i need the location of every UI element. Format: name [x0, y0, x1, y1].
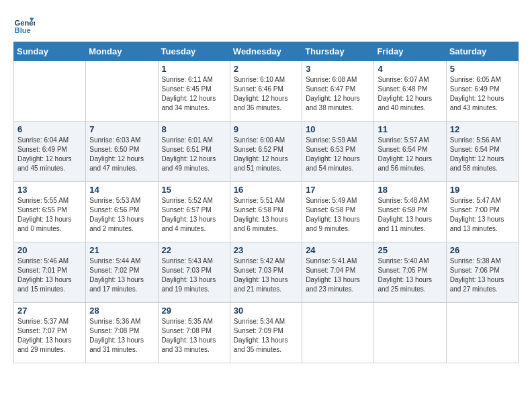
day-number: 17: [306, 185, 370, 195]
day-info: Sunrise: 5:55 AM Sunset: 6:55 PM Dayligh…: [17, 196, 82, 234]
calendar-cell: [302, 303, 374, 363]
calendar-cell: 26Sunrise: 5:38 AM Sunset: 7:06 PM Dayli…: [446, 242, 518, 303]
day-number: 6: [17, 124, 82, 134]
day-number: 10: [306, 124, 370, 134]
calendar-cell: 9Sunrise: 6:00 AM Sunset: 6:52 PM Daylig…: [230, 122, 302, 182]
day-number: 19: [450, 185, 515, 195]
day-info: Sunrise: 5:47 AM Sunset: 7:00 PM Dayligh…: [450, 196, 515, 234]
day-info: Sunrise: 6:11 AM Sunset: 6:45 PM Dayligh…: [162, 75, 226, 113]
weekday-header: Saturday: [446, 42, 518, 61]
calendar-cell: 20Sunrise: 5:46 AM Sunset: 7:01 PM Dayli…: [14, 242, 86, 303]
calendar-week-row: 20Sunrise: 5:46 AM Sunset: 7:01 PM Dayli…: [14, 242, 519, 303]
day-info: Sunrise: 5:43 AM Sunset: 7:03 PM Dayligh…: [162, 257, 226, 294]
calendar-cell: 14Sunrise: 5:53 AM Sunset: 6:56 PM Dayli…: [86, 182, 158, 242]
day-number: 21: [89, 245, 154, 255]
day-info: Sunrise: 5:56 AM Sunset: 6:54 PM Dayligh…: [450, 136, 515, 173]
day-number: 16: [234, 185, 298, 195]
calendar-cell: 8Sunrise: 6:01 AM Sunset: 6:51 PM Daylig…: [158, 122, 230, 182]
day-number: 26: [450, 245, 515, 255]
day-info: Sunrise: 5:40 AM Sunset: 7:05 PM Dayligh…: [378, 257, 442, 294]
day-number: 11: [378, 124, 442, 134]
calendar-cell: 10Sunrise: 5:59 AM Sunset: 6:53 PM Dayli…: [302, 122, 374, 182]
calendar-week-row: 1Sunrise: 6:11 AM Sunset: 6:45 PM Daylig…: [14, 61, 519, 122]
calendar-cell: 13Sunrise: 5:55 AM Sunset: 6:55 PM Dayli…: [14, 182, 86, 242]
weekday-header: Wednesday: [230, 42, 302, 61]
day-info: Sunrise: 5:41 AM Sunset: 7:04 PM Dayligh…: [306, 257, 370, 294]
weekday-header: Tuesday: [158, 42, 230, 61]
calendar-cell: 29Sunrise: 5:35 AM Sunset: 7:08 PM Dayli…: [158, 303, 230, 363]
calendar-cell: 15Sunrise: 5:52 AM Sunset: 6:57 PM Dayli…: [158, 182, 230, 242]
calendar-cell: 30Sunrise: 5:34 AM Sunset: 7:09 PM Dayli…: [230, 303, 302, 363]
calendar-cell: [86, 61, 158, 122]
day-info: Sunrise: 5:36 AM Sunset: 7:08 PM Dayligh…: [89, 317, 154, 355]
day-info: Sunrise: 6:10 AM Sunset: 6:46 PM Dayligh…: [234, 75, 298, 113]
day-number: 14: [89, 185, 154, 195]
day-number: 1: [162, 64, 226, 74]
calendar-cell: 11Sunrise: 5:57 AM Sunset: 6:54 PM Dayli…: [374, 122, 446, 182]
day-number: 23: [234, 245, 298, 255]
calendar-cell: 19Sunrise: 5:47 AM Sunset: 7:00 PM Dayli…: [446, 182, 518, 242]
day-number: 24: [306, 245, 370, 255]
calendar-cell: 7Sunrise: 6:03 AM Sunset: 6:50 PM Daylig…: [86, 122, 158, 182]
day-number: 22: [162, 245, 226, 255]
weekday-header: Monday: [86, 42, 158, 61]
weekday-header: Thursday: [302, 42, 374, 61]
calendar-cell: 25Sunrise: 5:40 AM Sunset: 7:05 PM Dayli…: [374, 242, 446, 303]
day-info: Sunrise: 5:53 AM Sunset: 6:56 PM Dayligh…: [89, 196, 154, 234]
day-info: Sunrise: 5:44 AM Sunset: 7:02 PM Dayligh…: [89, 257, 154, 294]
calendar-cell: 3Sunrise: 6:08 AM Sunset: 6:47 PM Daylig…: [302, 61, 374, 122]
calendar-cell: [374, 303, 446, 363]
calendar-cell: 21Sunrise: 5:44 AM Sunset: 7:02 PM Dayli…: [86, 242, 158, 303]
day-info: Sunrise: 5:52 AM Sunset: 6:57 PM Dayligh…: [162, 196, 226, 234]
calendar-week-row: 13Sunrise: 5:55 AM Sunset: 6:55 PM Dayli…: [14, 182, 519, 242]
day-number: 25: [378, 245, 442, 255]
calendar-cell: [446, 303, 518, 363]
day-info: Sunrise: 5:51 AM Sunset: 6:58 PM Dayligh…: [234, 196, 298, 234]
day-number: 2: [234, 64, 298, 74]
weekday-header: Sunday: [14, 42, 86, 61]
calendar-table: SundayMondayTuesdayWednesdayThursdayFrid…: [13, 42, 519, 363]
calendar-week-row: 6Sunrise: 6:04 AM Sunset: 6:49 PM Daylig…: [14, 122, 519, 182]
day-number: 7: [89, 124, 154, 134]
calendar-cell: 22Sunrise: 5:43 AM Sunset: 7:03 PM Dayli…: [158, 242, 230, 303]
day-info: Sunrise: 5:42 AM Sunset: 7:03 PM Dayligh…: [234, 257, 298, 294]
calendar-cell: 16Sunrise: 5:51 AM Sunset: 6:58 PM Dayli…: [230, 182, 302, 242]
calendar-cell: 4Sunrise: 6:07 AM Sunset: 6:48 PM Daylig…: [374, 61, 446, 122]
calendar-cell: 12Sunrise: 5:56 AM Sunset: 6:54 PM Dayli…: [446, 122, 518, 182]
day-info: Sunrise: 5:48 AM Sunset: 6:59 PM Dayligh…: [378, 196, 442, 234]
calendar-header-row: SundayMondayTuesdayWednesdayThursdayFrid…: [14, 42, 519, 61]
day-info: Sunrise: 6:00 AM Sunset: 6:52 PM Dayligh…: [234, 136, 298, 173]
day-number: 13: [17, 185, 82, 195]
day-number: 8: [162, 124, 226, 134]
calendar-cell: 5Sunrise: 6:05 AM Sunset: 6:49 PM Daylig…: [446, 61, 518, 122]
calendar-cell: [14, 61, 86, 122]
calendar-cell: 27Sunrise: 5:37 AM Sunset: 7:07 PM Dayli…: [14, 303, 86, 363]
day-info: Sunrise: 5:59 AM Sunset: 6:53 PM Dayligh…: [306, 136, 370, 173]
day-info: Sunrise: 6:07 AM Sunset: 6:48 PM Dayligh…: [378, 75, 442, 113]
day-number: 4: [378, 64, 442, 74]
svg-text:Blue: Blue: [15, 26, 31, 34]
calendar-body: 1Sunrise: 6:11 AM Sunset: 6:45 PM Daylig…: [14, 61, 519, 363]
calendar-cell: 24Sunrise: 5:41 AM Sunset: 7:04 PM Dayli…: [302, 242, 374, 303]
day-info: Sunrise: 5:35 AM Sunset: 7:08 PM Dayligh…: [162, 317, 226, 355]
weekday-header: Friday: [374, 42, 446, 61]
day-info: Sunrise: 5:49 AM Sunset: 6:58 PM Dayligh…: [306, 196, 370, 234]
day-info: Sunrise: 5:38 AM Sunset: 7:06 PM Dayligh…: [450, 257, 515, 294]
day-number: 3: [306, 64, 370, 74]
calendar-cell: 18Sunrise: 5:48 AM Sunset: 6:59 PM Dayli…: [374, 182, 446, 242]
logo-icon: General Blue: [13, 13, 35, 35]
day-number: 18: [378, 185, 442, 195]
day-number: 29: [162, 306, 226, 316]
day-info: Sunrise: 6:05 AM Sunset: 6:49 PM Dayligh…: [450, 75, 515, 113]
day-info: Sunrise: 5:34 AM Sunset: 7:09 PM Dayligh…: [234, 317, 298, 355]
calendar-cell: 23Sunrise: 5:42 AM Sunset: 7:03 PM Dayli…: [230, 242, 302, 303]
day-info: Sunrise: 5:46 AM Sunset: 7:01 PM Dayligh…: [17, 257, 82, 294]
calendar-cell: 28Sunrise: 5:36 AM Sunset: 7:08 PM Dayli…: [86, 303, 158, 363]
calendar-week-row: 27Sunrise: 5:37 AM Sunset: 7:07 PM Dayli…: [14, 303, 519, 363]
day-info: Sunrise: 5:37 AM Sunset: 7:07 PM Dayligh…: [17, 317, 82, 355]
day-number: 5: [450, 64, 515, 74]
calendar-cell: 2Sunrise: 6:10 AM Sunset: 6:46 PM Daylig…: [230, 61, 302, 122]
day-number: 20: [17, 245, 82, 255]
day-number: 30: [234, 306, 298, 316]
page-header: General Blue: [13, 13, 519, 35]
